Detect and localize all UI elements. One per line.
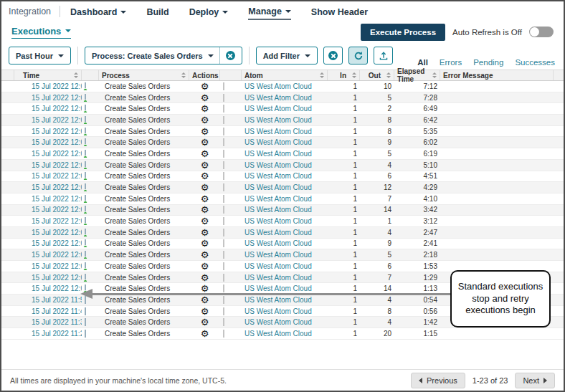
- execution-time-link[interactable]: 15 Jul 2022 12:02:15: [32, 206, 82, 214]
- document-icon[interactable]: [223, 239, 224, 247]
- execution-time-link[interactable]: 15 Jul 2022 12:02:19: [32, 195, 82, 203]
- execution-time-link[interactable]: 15 Jul 2022 12:02:06: [32, 274, 82, 282]
- export-button[interactable]: [374, 47, 393, 64]
- nav-item-manage[interactable]: Manage: [248, 3, 291, 20]
- document-icon[interactable]: [223, 318, 224, 326]
- atom-link[interactable]: US West Atom Cloud: [244, 274, 312, 282]
- document-icon[interactable]: [223, 105, 224, 113]
- atom-link[interactable]: US West Atom Cloud: [244, 161, 312, 169]
- execute-process-button[interactable]: Execute Process: [361, 24, 445, 41]
- atom-link[interactable]: US West Atom Cloud: [244, 206, 312, 214]
- table-row[interactable]: 15 Jul 2022 12:02:33 Create Sales Orders…: [1, 81, 564, 92]
- table-row[interactable]: 15 Jul 2022 12:02:19 Create Sales Orders…: [1, 193, 564, 205]
- atom-link[interactable]: US West Atom Cloud: [244, 229, 312, 236]
- gear-icon[interactable]: ⚙: [192, 239, 217, 248]
- document-icon[interactable]: [223, 94, 224, 102]
- execution-time-link[interactable]: 15 Jul 2022 12:02:29: [32, 161, 82, 169]
- gear-icon[interactable]: ⚙: [192, 115, 217, 125]
- execution-time-link[interactable]: 15 Jul 2022 12:02:08: [32, 262, 82, 270]
- document-icon[interactable]: [223, 161, 224, 169]
- gear-icon[interactable]: ⚙: [192, 329, 217, 338]
- atom-link[interactable]: US West Atom Cloud: [244, 105, 312, 113]
- execution-time-link[interactable]: 15 Jul 2022 12:02:32: [32, 105, 82, 113]
- gear-icon[interactable]: ⚙: [192, 317, 217, 327]
- gear-icon[interactable]: ⚙: [192, 161, 217, 170]
- document-icon[interactable]: [223, 82, 224, 90]
- gear-icon[interactable]: ⚙: [192, 295, 217, 305]
- gear-icon[interactable]: ⚙: [192, 307, 217, 316]
- gear-icon[interactable]: ⚙: [192, 127, 217, 136]
- execution-time-link[interactable]: 15 Jul 2022 12:02:32: [32, 116, 82, 124]
- atom-link[interactable]: US West Atom Cloud: [244, 116, 312, 124]
- table-row[interactable]: 15 Jul 2022 12:02:27 Create Sales Orders…: [1, 171, 564, 183]
- gear-icon[interactable]: ⚙: [192, 284, 217, 293]
- gear-icon[interactable]: ⚙: [192, 262, 217, 271]
- tab-errors[interactable]: Errors: [440, 58, 462, 67]
- atom-link[interactable]: US West Atom Cloud: [244, 82, 312, 90]
- atom-link[interactable]: US West Atom Cloud: [244, 251, 312, 259]
- gear-icon[interactable]: ⚙: [192, 183, 217, 192]
- atom-link[interactable]: US West Atom Cloud: [244, 150, 312, 158]
- remove-filter-icon[interactable]: [226, 51, 235, 60]
- table-row[interactable]: 15 Jul 2022 12:02:09 Create Sales Orders…: [1, 249, 564, 261]
- table-row[interactable]: 15 Jul 2022 12:02:24 Create Sales Orders…: [1, 182, 564, 193]
- auto-refresh-toggle[interactable]: [529, 27, 554, 37]
- table-row[interactable]: 15 Jul 2022 12:02:15 Create Sales Orders…: [1, 205, 564, 216]
- execution-time-link[interactable]: 15 Jul 2022 11:20:01: [32, 330, 82, 338]
- atom-link[interactable]: US West Atom Cloud: [244, 239, 312, 247]
- atom-link[interactable]: US West Atom Cloud: [244, 285, 312, 292]
- table-row[interactable]: 15 Jul 2022 12:02:11 Create Sales Orders…: [1, 227, 564, 239]
- table-row[interactable]: 15 Jul 2022 12:02:33 Create Sales Orders…: [1, 92, 564, 104]
- atom-link[interactable]: US West Atom Cloud: [244, 262, 312, 270]
- column-header-elapsed-time[interactable]: Elapsed Time: [394, 70, 440, 80]
- gear-icon[interactable]: ⚙: [192, 273, 217, 282]
- execution-time-link[interactable]: 15 Jul 2022 11:40:01: [32, 307, 82, 315]
- execution-time-link[interactable]: 15 Jul 2022 12:02:27: [32, 172, 82, 180]
- column-header-time[interactable]: Time: [14, 70, 82, 80]
- table-row[interactable]: 15 Jul 2022 11:20:01 Create Sales Orders…: [1, 328, 564, 340]
- document-icon[interactable]: [223, 229, 224, 236]
- add-filter-dropdown[interactable]: Add Filter: [256, 47, 318, 64]
- atom-link[interactable]: US West Atom Cloud: [244, 128, 312, 135]
- gear-icon[interactable]: ⚙: [192, 82, 217, 91]
- column-header-process[interactable]: Process: [99, 70, 189, 80]
- table-row[interactable]: 15 Jul 2022 12:02:32 Create Sales Orders…: [1, 103, 564, 115]
- table-row[interactable]: 15 Jul 2022 12:02:31 Create Sales Orders…: [1, 126, 564, 138]
- atom-link[interactable]: US West Atom Cloud: [244, 318, 312, 326]
- clear-filters-button[interactable]: [323, 47, 343, 64]
- gear-icon[interactable]: ⚙: [192, 250, 217, 259]
- atom-link[interactable]: US West Atom Cloud: [244, 183, 312, 191]
- time-filter-dropdown[interactable]: Past Hour: [9, 47, 71, 64]
- column-header-atom[interactable]: Atom: [242, 70, 328, 80]
- execution-time-link[interactable]: 15 Jul 2022 12:02:33: [32, 82, 82, 90]
- gear-icon[interactable]: ⚙: [192, 93, 217, 102]
- gear-icon[interactable]: ⚙: [192, 205, 217, 214]
- document-icon[interactable]: [223, 217, 224, 225]
- document-icon[interactable]: [223, 138, 224, 146]
- atom-link[interactable]: US West Atom Cloud: [244, 330, 312, 338]
- nav-item-dashboard[interactable]: Dashboard: [70, 4, 126, 19]
- tab-all[interactable]: All: [417, 58, 428, 67]
- atom-link[interactable]: US West Atom Cloud: [244, 172, 312, 180]
- document-icon[interactable]: [223, 116, 224, 124]
- previous-page-button[interactable]: Previous: [411, 373, 465, 388]
- document-icon[interactable]: [223, 195, 224, 203]
- next-page-button[interactable]: Next: [515, 373, 555, 388]
- table-row[interactable]: 15 Jul 2022 12:02:31 Create Sales Orders…: [1, 148, 564, 160]
- document-icon[interactable]: [223, 183, 224, 191]
- execution-time-link[interactable]: 15 Jul 2022 12:02:24: [32, 183, 82, 191]
- execution-time-link[interactable]: 15 Jul 2022 12:02:01: [32, 285, 82, 292]
- document-icon[interactable]: [223, 274, 224, 282]
- column-header-in[interactable]: In: [328, 70, 360, 80]
- nav-item-deploy[interactable]: Deploy: [189, 4, 229, 19]
- atom-link[interactable]: US West Atom Cloud: [244, 94, 312, 102]
- tab-successes[interactable]: Successes: [515, 58, 555, 67]
- table-row[interactable]: 15 Jul 2022 12:02:32 Create Sales Orders…: [1, 115, 564, 126]
- gear-icon[interactable]: ⚙: [192, 171, 217, 181]
- document-icon[interactable]: [223, 307, 224, 315]
- gear-icon[interactable]: ⚙: [192, 216, 217, 226]
- nav-item-show-header[interactable]: Show Header: [311, 4, 368, 19]
- document-icon[interactable]: [223, 296, 224, 304]
- execution-time-link[interactable]: 15 Jul 2022 12:02:09: [32, 251, 82, 259]
- gear-icon[interactable]: ⚙: [192, 149, 217, 158]
